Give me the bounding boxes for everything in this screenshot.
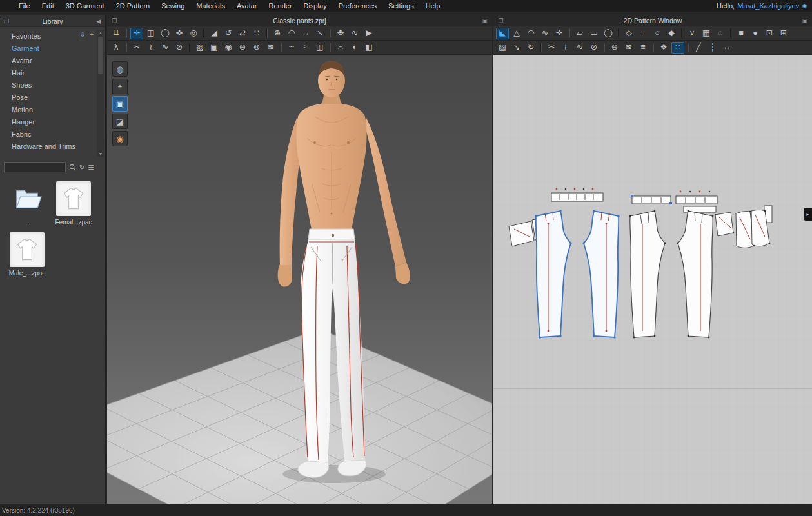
search-icon[interactable] <box>69 164 76 171</box>
menu-item[interactable]: Display <box>298 0 333 12</box>
toolbar-icon[interactable]: ⊘ <box>173 42 186 54</box>
toolbar-icon[interactable]: ▭ <box>588 28 600 39</box>
toolbar-icon[interactable]: ⊖ <box>236 42 249 54</box>
toolbar-icon[interactable]: ↻ <box>524 42 537 54</box>
menu-item[interactable]: 2D Pattern <box>110 0 156 12</box>
toolbar-icon[interactable]: ↔ <box>299 28 312 39</box>
toolbar-icon[interactable]: ◫ <box>313 42 326 54</box>
toolbar-icon[interactable]: ┄ <box>285 42 298 54</box>
toolbar-icon[interactable] <box>618 29 619 37</box>
viewport-float-icon[interactable]: ❐ <box>110 17 119 24</box>
scroll-down-icon[interactable]: ▼ <box>99 152 103 156</box>
viewport-float-icon[interactable]: ❐ <box>497 17 505 24</box>
avatar-display-button[interactable]: ◉ <box>112 131 128 146</box>
toolbar-icon[interactable]: △ <box>510 28 523 39</box>
library-file-item[interactable]: .. <box>4 181 50 226</box>
library-category-item[interactable]: Hair <box>0 67 105 79</box>
menu-item[interactable]: Avatar <box>231 0 263 12</box>
toolbar-icon[interactable] <box>653 43 654 52</box>
viewport-dock-icon[interactable]: ▣ <box>480 17 489 24</box>
toolbar-icon[interactable] <box>189 43 190 52</box>
toolbar-icon[interactable]: ↘ <box>313 28 326 39</box>
toolbar-icon[interactable]: ⊖ <box>608 42 621 54</box>
toolbar-icon[interactable]: ▣ <box>208 42 221 54</box>
toolbar-icon[interactable]: ⊞ <box>777 28 790 39</box>
library-file-item[interactable]: Male_...zpac <box>4 232 50 277</box>
library-pin-icon[interactable]: ◀ <box>95 18 103 25</box>
toolbar-icon[interactable]: ┆ <box>706 42 719 54</box>
menu-item[interactable]: Render <box>263 0 298 12</box>
toolbar-icon[interactable]: ▱ <box>573 28 586 39</box>
toolbar-icon[interactable]: ◌ <box>714 28 727 39</box>
toolbar-icon[interactable]: ≡ <box>637 42 649 54</box>
toolbar-icon[interactable] <box>688 43 689 52</box>
scrollbar-thumb[interactable] <box>98 37 103 74</box>
toolbar-icon[interactable]: ≍ <box>334 42 347 54</box>
toolbar-icon[interactable] <box>126 43 127 52</box>
library-search-input[interactable] <box>4 162 66 172</box>
toolbar-icon[interactable]: ■ <box>735 28 748 39</box>
toolbar-icon[interactable]: ◫ <box>144 28 157 39</box>
toolbar-icon[interactable]: ∷ <box>250 28 263 39</box>
toolbar-icon[interactable]: ◧ <box>362 42 375 54</box>
toolbar-icon[interactable]: ⊡ <box>763 28 776 39</box>
toolbar-icon[interactable]: ✥ <box>334 28 347 39</box>
toolbar-icon[interactable]: ∿ <box>573 42 586 54</box>
avatar-display-button[interactable]: ◪ <box>112 114 128 129</box>
menu-item[interactable]: Sewing <box>155 0 190 12</box>
toolbar-icon[interactable]: ◢ <box>208 28 221 39</box>
toolbar-icon[interactable]: ▦ <box>700 28 713 39</box>
right-panel-expander[interactable]: ▸ <box>804 208 812 221</box>
file-thumbnail[interactable] <box>10 181 45 216</box>
menu-item[interactable]: Materials <box>190 0 231 12</box>
toolbar-icon[interactable] <box>126 29 127 37</box>
scene-2d-canvas[interactable] <box>493 55 812 504</box>
toolbar-icon[interactable]: ⇄ <box>236 28 249 39</box>
toolbar-icon[interactable] <box>681 29 682 37</box>
toolbar-icon[interactable] <box>281 43 282 52</box>
file-thumbnail[interactable] <box>56 181 91 216</box>
toolbar-icon[interactable]: ⊚ <box>250 42 263 54</box>
toolbar-icon[interactable] <box>330 29 331 37</box>
toolbar-icon[interactable]: ≋ <box>622 42 635 54</box>
toolbar-icon[interactable]: ◠ <box>524 28 537 39</box>
viewport-dock-icon[interactable]: ▣ <box>800 17 809 24</box>
toolbar-icon[interactable]: ≀ <box>559 42 572 54</box>
refresh-icon[interactable]: ↻ <box>79 164 84 171</box>
toolbar-icon[interactable] <box>266 29 268 37</box>
library-category-item[interactable]: Motion <box>0 104 105 116</box>
user-badge-icon[interactable]: ◉ <box>802 3 807 9</box>
toolbar-icon[interactable]: ⊘ <box>588 42 600 54</box>
toolbar-icon[interactable]: ∨ <box>686 28 698 39</box>
toolbar-icon[interactable]: ∿ <box>159 42 172 54</box>
avatar-display-button[interactable]: ▣ <box>112 96 128 112</box>
toolbar-icon[interactable] <box>730 29 731 37</box>
library-category-item[interactable]: Fabric <box>0 128 105 141</box>
toolbar-icon[interactable]: ● <box>749 28 762 39</box>
toolbar-icon[interactable]: λ <box>110 42 123 54</box>
toolbar-icon[interactable]: ↺ <box>222 28 235 39</box>
toolbar-icon[interactable]: ⊕ <box>271 28 284 39</box>
toolbar-icon[interactable]: ↔ <box>720 42 733 54</box>
toolbar-icon[interactable]: ↘ <box>510 42 523 54</box>
toolbar-icon[interactable] <box>604 43 605 52</box>
toolbar-icon[interactable]: ▫ <box>637 28 649 39</box>
toolbar-icon[interactable]: ❖ <box>657 42 670 54</box>
toolbar-icon[interactable]: ╱ <box>692 42 705 54</box>
file-thumbnail[interactable] <box>10 232 45 267</box>
toolbar-icon[interactable]: ≈ <box>299 42 312 54</box>
menu-item[interactable]: 3D Garment <box>60 0 110 12</box>
library-add-icon[interactable]: + <box>90 31 94 38</box>
toolbar-icon[interactable]: ◯ <box>159 28 172 39</box>
toolbar-icon[interactable]: ◉ <box>222 42 235 54</box>
toolbar-icon[interactable]: ≀ <box>144 42 157 54</box>
library-scrollbar[interactable]: ▲ ▼ <box>97 30 104 157</box>
library-category-item[interactable]: Shoes <box>0 79 105 92</box>
menu-item[interactable]: Preferences <box>333 0 382 12</box>
library-category-item[interactable]: Garment <box>0 43 105 55</box>
toolbar-icon[interactable]: ▨ <box>496 42 509 54</box>
menu-item[interactable]: File <box>13 0 36 12</box>
toolbar-icon[interactable]: ✂ <box>545 42 558 54</box>
view-list-icon[interactable]: ☰ <box>88 164 94 171</box>
avatar-display-button[interactable]: ◓ <box>112 79 128 94</box>
